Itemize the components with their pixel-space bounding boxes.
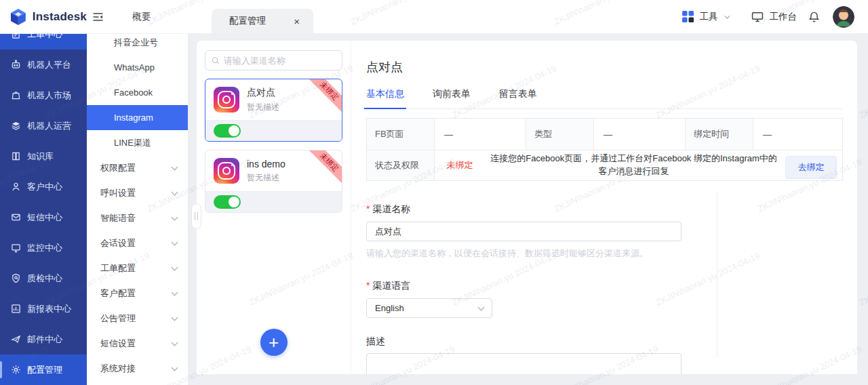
submenu-group-label: 权限配置 [100, 162, 136, 174]
page-tab-config-active[interactable]: 配置管理 × [212, 9, 313, 33]
channel-name-label: 渠道名称 [366, 203, 857, 216]
submenu-group-label: 客户配置 [100, 287, 136, 300]
add-channel-button[interactable]: + [260, 329, 288, 356]
watermark-text: ZKJIN\haoran.yu 2024-04-19 [858, 63, 868, 120]
chevron-down-icon [724, 13, 730, 18]
robot-platform-icon [11, 60, 21, 70]
submenu-group-system-integration[interactable]: 系统对接 [87, 356, 188, 381]
binding-info-table: FB页面 — 类型 — 绑定时间 — 状态及权限 未绑定 连接您的Faceboo… [366, 118, 843, 181]
settings-icon [11, 365, 21, 375]
bind-time-label: 绑定时间 [686, 119, 753, 150]
submenu-group-label: 会话设置 [100, 237, 136, 249]
status-badge: 未绑定 [435, 150, 485, 180]
sidebar-item-work-order-center[interactable]: 工单中心 [0, 34, 87, 49]
submenu-item-douyin[interactable]: 抖音企业号 [87, 34, 188, 55]
channel-detail-pane: 点对点 基本信息 询前表单 留言表单 FB页面 — 类型 — 绑定时间 — 状态… [351, 41, 857, 374]
channel-card-title: ins demo [247, 159, 285, 169]
work-order-icon [11, 34, 21, 39]
submenu-group-customer-config[interactable]: 客户配置 [87, 281, 188, 306]
quality-center-icon [11, 273, 21, 283]
type-label: 类型 [526, 119, 594, 150]
chevron-down-icon [172, 214, 178, 220]
sidebar-item-robot-operations[interactable]: 机器人运营 [0, 110, 87, 141]
sidebar-item-quality-center[interactable]: 质检中心 [0, 263, 87, 293]
submenu-item-facebook[interactable]: Facebook [87, 80, 188, 105]
go-bind-button[interactable]: 去绑定 [785, 156, 837, 179]
tab-basic-info[interactable]: 基本信息 [366, 88, 404, 108]
robot-ops-icon [11, 121, 21, 131]
chevron-down-icon [172, 289, 178, 296]
report-center-icon [11, 304, 21, 314]
chevron-down-icon [478, 304, 485, 310]
page-tab-label: 配置管理 [229, 15, 266, 27]
watermark-text: ZKJIN\haoran.yu 2024-04-19 [858, 250, 868, 307]
workbench-monitor-icon[interactable] [751, 11, 764, 22]
tools-menu[interactable]: 工具 [700, 11, 718, 23]
channel-search-input[interactable] [224, 56, 336, 66]
submenu-item-line[interactable]: LINE渠道 [87, 130, 188, 155]
sidebar-item-robot-platform[interactable]: 机器人平台 [0, 49, 87, 80]
submenu-group-announcement[interactable]: 公告管理 [87, 306, 188, 331]
channel-name-input[interactable] [366, 222, 682, 241]
submenu-group-label: 公告管理 [100, 312, 136, 325]
channel-card-ins-demo[interactable]: ins demo 暂无描述 未绑定 [205, 150, 342, 213]
sidebar-item-mail-center[interactable]: 邮件中心 [0, 324, 87, 354]
submenu-group-session-settings[interactable]: 会话设置 [87, 230, 188, 256]
channel-card-p2p[interactable]: 点对点 暂无描述 未绑定 [205, 79, 342, 142]
channel-search[interactable] [205, 50, 342, 70]
description-label: 描述 [366, 336, 857, 348]
primary-sidebar: 工单中心 机器人平台 机器人市场 机器人运营 知识库 [0, 34, 87, 385]
user-avatar[interactable] [833, 6, 854, 28]
channel-language-select[interactable]: English [366, 298, 492, 318]
submenu-item-instagram[interactable]: Instagram [87, 105, 188, 130]
submenu-item-label: Facebook [114, 87, 153, 98]
submenu-group-permission-config[interactable]: 权限配置 [87, 155, 188, 180]
monitor-center-icon [11, 243, 21, 253]
notification-bell-icon[interactable] [808, 11, 820, 23]
submenu-group-label: 系统对接 [100, 363, 136, 375]
sidebar-item-label: 配置管理 [27, 364, 62, 376]
channel-enabled-toggle[interactable] [214, 195, 241, 209]
page-tab-overview[interactable]: 概要 [132, 11, 151, 23]
submenu-group-sms-settings[interactable]: 短信设置 [87, 331, 188, 356]
tools-grid-icon[interactable] [682, 11, 694, 22]
detail-tabs: 基本信息 询前表单 留言表单 [366, 88, 843, 109]
sidebar-item-monitor-center[interactable]: 监控中心 [0, 232, 87, 263]
tab-pre-chat-form[interactable]: 询前表单 [433, 88, 471, 108]
submenu-group-smart-voice[interactable]: 智能语音 [87, 205, 188, 230]
channel-enabled-toggle[interactable] [214, 124, 241, 138]
sidebar-item-knowledge-base[interactable]: 知识库 [0, 141, 87, 171]
workbench-link[interactable]: 工作台 [770, 11, 797, 23]
sidebar-item-label: 客户中心 [27, 181, 62, 193]
topbar-right: 工具 工作台 [682, 6, 868, 28]
robot-market-icon [11, 90, 21, 100]
sidebar-item-customer-center[interactable]: 客户中心 [0, 171, 87, 202]
page-title: 点对点 [366, 60, 857, 75]
fb-page-label: FB页面 [367, 119, 435, 150]
instadesk-logo-icon [9, 8, 27, 26]
sidebar-item-label: 监控中心 [27, 242, 62, 254]
tab-message-form[interactable]: 留言表单 [499, 88, 537, 108]
sidebar-item-sms-center[interactable]: 短信中心 [0, 202, 87, 232]
customer-center-icon [11, 182, 21, 192]
sidebar-item-label: 知识库 [27, 150, 54, 163]
chevron-down-icon [172, 239, 178, 245]
submenu-group-call-settings[interactable]: 呼叫设置 [87, 180, 188, 205]
sidebar-item-report-center[interactable]: 新报表中心 [0, 293, 87, 324]
channel-card-desc: 暂无描述 [247, 172, 285, 184]
submenu-group-workorder-config[interactable]: 工单配置 [87, 256, 188, 281]
fb-page-value: — [435, 119, 526, 150]
submenu-group-label: 短信设置 [100, 338, 136, 350]
sms-center-icon [11, 212, 21, 222]
submenu-item-label: WhatsApp [114, 62, 155, 73]
secondary-sidebar: 抖音企业号 WhatsApp Facebook Instagram LINE渠道… [87, 34, 189, 385]
sidebar-item-config-management[interactable]: 配置管理 [0, 354, 87, 385]
submenu-item-whatsapp[interactable]: WhatsApp [87, 55, 188, 80]
menu-fold-icon[interactable] [92, 12, 104, 22]
sidebar-item-robot-market[interactable]: 机器人市场 [0, 80, 87, 110]
status-description: 连接您的Facebook页面，并通过工作台对Facebook 绑定的Instag… [485, 150, 783, 180]
close-tab-icon[interactable]: × [294, 16, 300, 26]
panel-collapse-handle[interactable] [191, 203, 201, 229]
app-title: Instadesk [33, 10, 87, 24]
description-textarea[interactable] [366, 353, 682, 374]
